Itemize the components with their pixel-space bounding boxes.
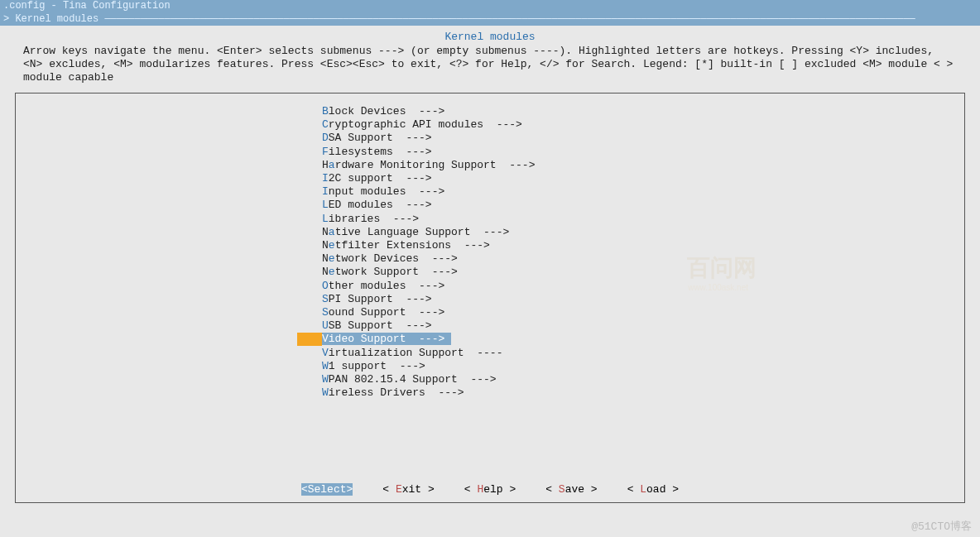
hotkey: a [329,226,335,238]
button-help[interactable]: < Help > [464,483,516,496]
menu-item-10[interactable]: Netfilter Extensions ---> [322,239,964,252]
breadcrumb: > Kernel modules ───────────────────────… [0,12,980,26]
selection-marker [297,333,322,346]
button-exit[interactable]: < Exit > [382,483,434,496]
menu-item-12[interactable]: Network Support ---> [322,266,964,279]
menu-item-20[interactable]: WPAN 802.15.4 Support ---> [322,373,964,386]
hotkey: a [329,159,335,171]
hotkey: S [322,293,329,305]
window-titlebar: .config - Tina Configuration [0,0,980,12]
button-load[interactable]: < Load > [627,483,679,496]
menu-item-6[interactable]: Input modules ---> [322,185,964,199]
menu-item-7[interactable]: LED modules ---> [322,199,964,212]
hotkey: B [322,105,329,117]
menu-item-15[interactable]: Sound Support ---> [322,306,964,319]
instructions-text: Arrow keys navigate the menu. <Enter> se… [15,45,965,89]
hotkey: W [322,360,329,372]
button-save[interactable]: < Save > [545,483,597,496]
menu-item-8[interactable]: Libraries ---> [322,213,964,226]
config-area: Kernel modules Arrow keys navigate the m… [0,26,980,503]
hotkey: e [329,266,335,278]
hotkey: L [322,199,329,211]
menu-item-3[interactable]: Filesystems ---> [322,146,964,159]
menu-item-5[interactable]: I2C support ---> [322,172,964,185]
menu-item-16[interactable]: USB Support ---> [322,319,964,333]
hotkey: V [322,347,329,359]
hotkey: S [322,306,329,319]
hotkey: F [322,146,329,158]
section-title: Kernel modules [15,31,965,43]
hotkey: e [329,252,335,265]
menu-item-0[interactable]: Block Devices ---> [322,105,964,118]
menu-item-21[interactable]: Wireless Drivers ---> [322,386,964,400]
hotkey: I [322,172,329,185]
hotkey: U [322,319,329,332]
menu-item-19[interactable]: W1 support ---> [322,360,964,373]
menu-item-11[interactable]: Network Devices ---> [322,252,964,266]
hotkey: W [322,386,329,399]
watermark-cto: @51CTO博客 [911,519,972,534]
menu-list[interactable]: Block Devices --->Cryptographic API modu… [322,105,964,400]
menu-item-18[interactable]: Virtualization Support ---- [322,347,964,360]
menu-item-2[interactable]: DSA Support ---> [322,132,964,145]
hotkey: W [322,373,329,386]
button-row: <Select>< Exit >< Help >< Save >< Load > [16,483,964,496]
menu-item-9[interactable]: Native Language Support ---> [322,226,964,239]
hotkey: L [322,213,329,225]
button-select[interactable]: <Select> [301,483,353,496]
menu-item-13[interactable]: Other modules ---> [322,280,964,293]
menu-item-17[interactable]: Video Support ---> [322,333,964,346]
menu-box: Block Devices --->Cryptographic API modu… [15,93,965,503]
menu-item-1[interactable]: Cryptographic API modules ---> [322,118,964,132]
hotkey: e [329,239,335,252]
hotkey: I [322,185,329,198]
hotkey: D [322,132,329,144]
hotkey: O [322,280,329,292]
menu-item-14[interactable]: SPI Support ---> [322,293,964,306]
hotkey: C [322,118,329,131]
menu-item-4[interactable]: Hardware Monitoring Support ---> [322,159,964,172]
